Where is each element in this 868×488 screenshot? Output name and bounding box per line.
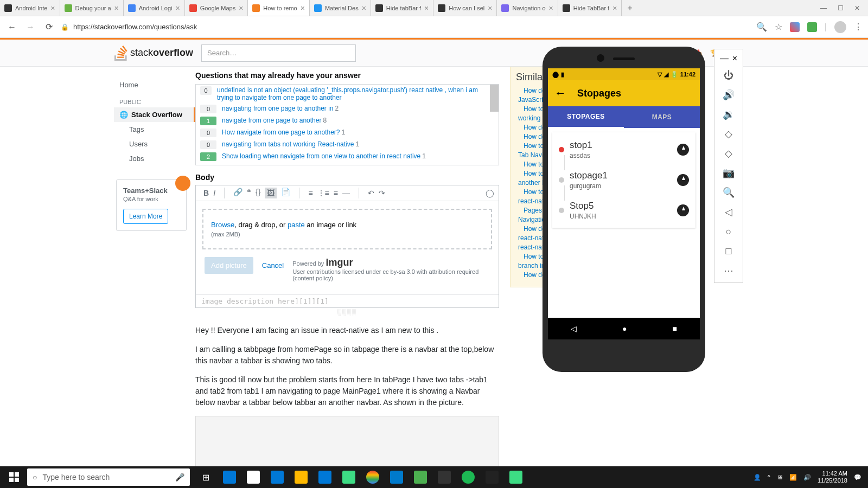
- learn-more-button[interactable]: Learn More: [123, 209, 168, 224]
- zoom-icon[interactable]: 🔍: [756, 22, 767, 32]
- rotate-right-button[interactable]: ◇: [717, 144, 741, 163]
- zoom-button[interactable]: 🔍: [717, 183, 741, 202]
- taskbar-app[interactable]: [433, 466, 456, 488]
- nav-home[interactable]: Home: [114, 78, 195, 92]
- new-tab-button[interactable]: +: [622, 3, 637, 13]
- so-logo[interactable]: stackoverflow: [114, 46, 193, 61]
- image-dropzone[interactable]: Browse, drag & drop, or paste an image o…: [202, 209, 492, 249]
- minimize-emu-button[interactable]: —: [720, 54, 729, 63]
- taskbar-app[interactable]: [481, 466, 503, 488]
- compass-icon[interactable]: [677, 204, 689, 216]
- profile-avatar[interactable]: [834, 21, 846, 33]
- nav-jobs[interactable]: Jobs: [114, 151, 195, 166]
- help-button[interactable]: ◯: [486, 189, 494, 197]
- more-emu-button[interactable]: ⋯: [717, 261, 741, 280]
- ulist-button[interactable]: ⋮≡: [317, 189, 329, 197]
- menu-icon[interactable]: ⋮: [854, 22, 863, 32]
- close-icon[interactable]: ×: [488, 4, 492, 12]
- tab-maps[interactable]: MAPS: [624, 106, 700, 128]
- browser-tab[interactable]: Hide tabBar f×: [371, 0, 433, 16]
- mic-icon[interactable]: 🎤: [175, 473, 184, 481]
- hr-button[interactable]: —: [342, 189, 350, 197]
- close-icon[interactable]: ×: [549, 4, 553, 12]
- nav-back-icon[interactable]: ◁: [571, 324, 577, 333]
- screenshot-button[interactable]: 📷: [717, 163, 741, 183]
- taskbar-app[interactable]: [385, 466, 408, 488]
- italic-button[interactable]: I: [213, 189, 215, 197]
- compass-icon[interactable]: [677, 144, 689, 156]
- reload-button[interactable]: ⟳: [42, 22, 55, 32]
- tray-clock[interactable]: 11:42 AM 11/25/2018: [818, 470, 847, 484]
- rotate-left-button[interactable]: ◇: [717, 124, 741, 144]
- related-item[interactable]: 0How navigate from one page to another?1: [196, 127, 499, 139]
- stop-row[interactable]: stopage1gurgugram: [552, 165, 695, 195]
- close-icon[interactable]: ×: [176, 4, 180, 12]
- taskbar-app[interactable]: [505, 466, 527, 488]
- image-button[interactable]: 🖼: [265, 188, 277, 198]
- code-button[interactable]: {}: [256, 188, 260, 198]
- add-picture-button[interactable]: Add picture: [205, 257, 253, 274]
- browser-tab[interactable]: Google Maps×: [185, 0, 248, 16]
- close-button[interactable]: ✕: [854, 4, 860, 12]
- search-input[interactable]: Search…: [201, 44, 356, 62]
- nav-home-icon[interactable]: ●: [622, 324, 627, 333]
- minimize-button[interactable]: —: [820, 4, 827, 12]
- related-item[interactable]: 2Show loading when navigate from one vie…: [196, 151, 499, 163]
- nav-stackoverflow[interactable]: 🌐Stack Overflow: [114, 107, 195, 122]
- snippet-button[interactable]: 📄: [281, 188, 290, 198]
- browser-tab[interactable]: Android Inte×: [0, 0, 60, 16]
- task-view-button[interactable]: ⊞: [194, 466, 217, 488]
- taskbar-search[interactable]: ○ Type here to search 🎤: [27, 468, 190, 486]
- close-icon[interactable]: ×: [114, 4, 119, 12]
- bold-button[interactable]: B: [203, 189, 209, 197]
- related-item[interactable]: 0undefined is not an object (evaluating …: [196, 85, 499, 103]
- taskbar-app[interactable]: [218, 466, 241, 488]
- close-icon[interactable]: ×: [301, 4, 305, 12]
- tray-icon[interactable]: 👤: [754, 474, 761, 481]
- extension-icon[interactable]: [807, 22, 817, 32]
- tray-icon[interactable]: 🖥: [777, 474, 783, 480]
- tray-wifi-icon[interactable]: 📶: [789, 474, 797, 481]
- close-emu-button[interactable]: ×: [732, 54, 737, 63]
- olist-button[interactable]: ≡: [308, 189, 312, 197]
- start-button[interactable]: [2, 466, 26, 488]
- heading-button[interactable]: ≡: [334, 189, 338, 197]
- nav-recent-icon[interactable]: ■: [673, 324, 677, 333]
- star-icon[interactable]: ☆: [775, 22, 782, 32]
- taskbar-app[interactable]: [290, 466, 312, 488]
- volume-up-button[interactable]: 🔊: [717, 85, 741, 105]
- extension-icon[interactable]: [790, 22, 800, 32]
- taskbar-app[interactable]: [361, 466, 384, 488]
- close-icon[interactable]: ×: [239, 4, 243, 12]
- browser-tab[interactable]: Navigation o×: [497, 0, 558, 16]
- back-button[interactable]: ←: [5, 22, 18, 32]
- back-arrow-icon[interactable]: ←: [554, 86, 566, 100]
- related-item[interactable]: 0navigating from one page to another in2: [196, 103, 499, 115]
- browser-tab[interactable]: Material Des×: [310, 0, 371, 16]
- close-icon[interactable]: ×: [362, 4, 366, 12]
- undo-button[interactable]: ↶: [368, 189, 374, 197]
- tab-stopages[interactable]: STOPAGES: [548, 106, 624, 128]
- related-item[interactable]: 0navigating from tabs not working React-…: [196, 139, 499, 151]
- taskbar-app[interactable]: [242, 466, 265, 488]
- volume-down-button[interactable]: 🔉: [717, 105, 741, 124]
- back-emu-button[interactable]: ◁: [717, 202, 741, 222]
- overview-emu-button[interactable]: □: [717, 241, 741, 261]
- editor-textarea[interactable]: image description here][1]][1]: [196, 294, 499, 307]
- stop-row[interactable]: Stop5UHNJKH: [552, 195, 695, 226]
- tray-volume-icon[interactable]: 🔊: [803, 474, 811, 481]
- close-icon[interactable]: ×: [612, 4, 617, 12]
- browser-tab-active[interactable]: How to remo×: [248, 0, 310, 16]
- taskbar-app[interactable]: [314, 466, 336, 488]
- home-emu-button[interactable]: ○: [717, 222, 741, 241]
- power-button[interactable]: ⏻: [717, 66, 741, 85]
- resize-handle[interactable]: ░░░░: [195, 309, 499, 315]
- quote-button[interactable]: ❝: [247, 188, 251, 198]
- nav-tags[interactable]: Tags: [114, 122, 195, 137]
- redo-button[interactable]: ↷: [379, 189, 385, 197]
- close-icon[interactable]: ×: [50, 4, 55, 12]
- taskbar-app[interactable]: [457, 466, 480, 488]
- close-icon[interactable]: ×: [424, 4, 429, 12]
- taskbar-app[interactable]: [409, 466, 432, 488]
- browser-tab[interactable]: Android Logi×: [124, 0, 185, 16]
